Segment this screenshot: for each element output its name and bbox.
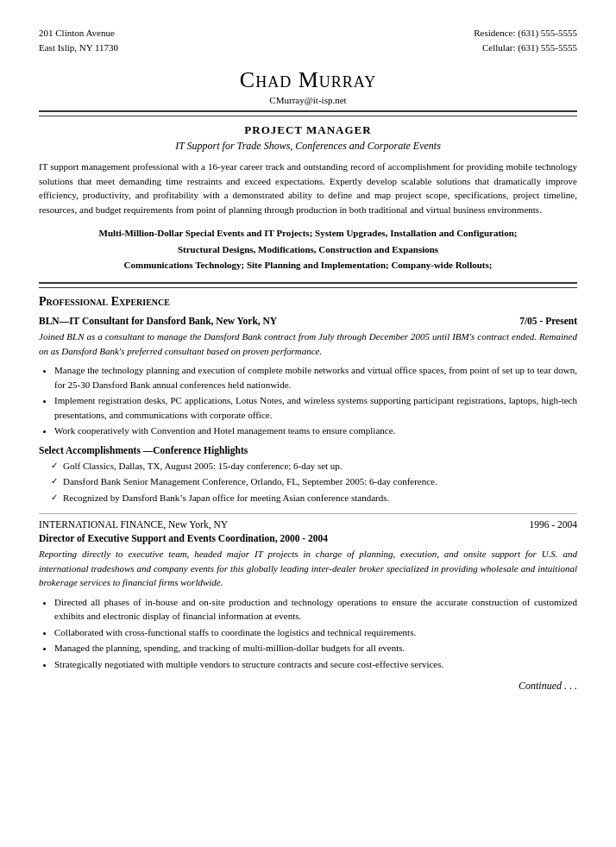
cellular-phone: Cellular: (631) 555-5555 [474, 41, 577, 55]
header-divider-top [39, 110, 577, 112]
accomplishment-3: Recognized by Dansford Bank’s Japan offi… [51, 491, 577, 505]
int-finance-bullet-1: Directed all phases of in-house and on-s… [54, 595, 577, 624]
job-subtitle: IT Support for Trade Shows, Conferences … [39, 140, 577, 153]
core-competencies: Multi-Million-Dollar Special Events and … [39, 225, 577, 273]
summary-text: IT support management professional with … [39, 160, 577, 216]
international-finance-section: INTERNATIONAL FINANCE, New York, NY 1996… [39, 519, 577, 671]
int-finance-bullets: Directed all phases of in-house and on-s… [54, 595, 577, 672]
core-line3: Communications Technology; Site Planning… [39, 257, 577, 273]
accomplishment-1: Golf Classics, Dallas, TX, August 2005: … [51, 459, 577, 474]
bln-bullets: Manage the technology planning and execu… [54, 363, 577, 438]
professional-experience-section: Professional Experience BLN—IT Consultan… [39, 295, 577, 505]
header-divider-bottom [39, 116, 577, 116]
address-line2: East Islip, NY 11730 [39, 41, 118, 55]
bln-bullet-3: Work cooperatively with Convention and H… [54, 424, 577, 438]
director-role-header: Director of Executive Support and Events… [39, 533, 577, 543]
director-role-title: Director of Executive Support and Events… [39, 533, 328, 543]
continued-label: Continued . . . [39, 680, 577, 693]
name-email-block: Chad Murray CMurray@it-isp.net [39, 67, 577, 105]
job-title: Project Manager [39, 123, 577, 137]
resume-page: 201 Clinton Avenue East Islip, NY 11730 … [0, 0, 616, 847]
email-address: CMurray@it-isp.net [39, 95, 577, 105]
accomplishments-list: Golf Classics, Dallas, TX, August 2005: … [51, 459, 577, 505]
int-finance-bullet-4: Strategically negotiated with multiple v… [54, 657, 577, 672]
bln-dates: 7/05 - Present [519, 316, 577, 326]
contact-block: Residence: (631) 555-5555 Cellular: (631… [474, 26, 577, 54]
header-section: 201 Clinton Avenue East Islip, NY 11730 … [39, 26, 577, 105]
int-finance-divider [39, 513, 577, 514]
section-divider-bottom [39, 287, 577, 288]
int-finance-dates: 1996 - 2004 [529, 519, 577, 530]
address-line1: 201 Clinton Avenue [39, 26, 118, 41]
bln-bullet-2: Implement registration desks, PC applica… [54, 393, 577, 422]
address-block: 201 Clinton Avenue East Islip, NY 11730 [39, 26, 118, 54]
bln-job-header: BLN—IT Consultant for Dansford Bank, New… [39, 316, 577, 326]
prof-exp-heading: Professional Experience [39, 295, 577, 309]
accomplishment-2: Dansford Bank Senior Management Conferen… [51, 474, 577, 489]
int-finance-bullet-3: Managed the planning, spending, and trac… [54, 641, 577, 656]
candidate-name: Chad Murray [39, 67, 577, 93]
int-finance-bullet-2: Collaborated with cross-functional staff… [54, 625, 577, 640]
accomplishments-header: Select Accomplishments —Conference Highl… [39, 445, 577, 455]
bln-company: BLN—IT Consultant for Dansford Bank, New… [39, 316, 277, 326]
section-divider-top [39, 282, 577, 284]
title-section: Project Manager IT Support for Trade Sho… [39, 123, 577, 153]
int-finance-header: INTERNATIONAL FINANCE, New York, NY 1996… [39, 519, 577, 530]
bln-description: Joined BLN as a consultant to manage the… [39, 329, 577, 358]
core-line2: Structural Designs, Modifications, Const… [39, 242, 577, 258]
bln-bullet-1: Manage the technology planning and execu… [54, 363, 577, 392]
director-description: Reporting directly to executive team, he… [39, 547, 577, 590]
residence-phone: Residence: (631) 555-5555 [474, 26, 577, 41]
int-finance-company: INTERNATIONAL FINANCE, New York, NY [39, 519, 228, 530]
core-line1: Multi-Million-Dollar Special Events and … [39, 225, 577, 242]
